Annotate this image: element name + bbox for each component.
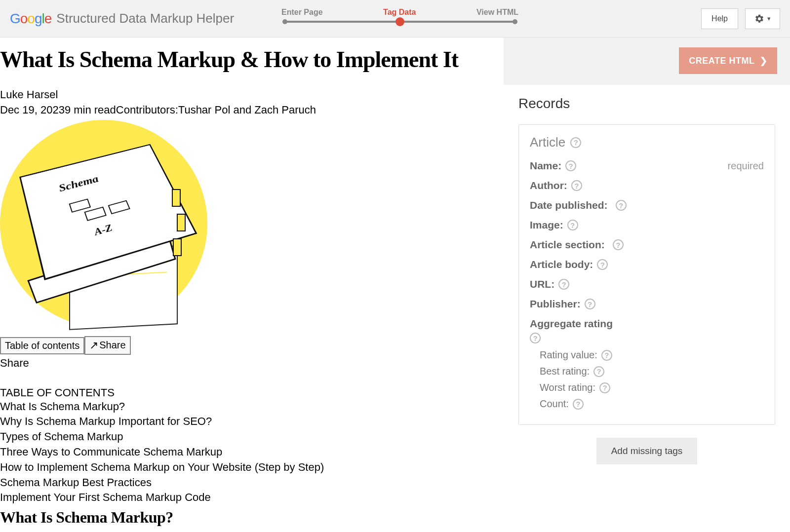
gear-icon: [754, 14, 764, 24]
book-sub: A-Z: [92, 222, 114, 238]
field-best-rating[interactable]: Best rating:?: [540, 366, 764, 377]
toc-list: What Is Schema Markup? Why Is Schema Mar…: [0, 399, 504, 506]
step-bar: [284, 21, 515, 23]
help-icon[interactable]: ?: [585, 299, 595, 309]
add-missing-tags-button[interactable]: Add missing tags: [596, 438, 698, 464]
toc-item[interactable]: Three Ways to Communicate Schema Markup: [0, 445, 504, 460]
field-aggregate-rating: Aggregate rating: [530, 318, 764, 330]
help-icon[interactable]: ?: [567, 220, 578, 230]
google-logo: Google: [10, 11, 51, 27]
stepper: Enter Page Tag Data View HTML: [281, 8, 518, 23]
contributors: Tushar Pol and Zach Paruch: [178, 104, 316, 116]
hero-illustration: Schema A-Z: [15, 125, 222, 332]
field-article-body[interactable]: Article body:?: [530, 259, 764, 270]
step-view-html[interactable]: View HTML: [476, 8, 518, 17]
help-icon[interactable]: ?: [593, 366, 604, 377]
help-icon[interactable]: ?: [616, 200, 627, 211]
field-worst-rating[interactable]: Worst rating:?: [540, 382, 764, 393]
article-title: What Is Schema Markup & How to Implement…: [0, 46, 504, 73]
help-icon[interactable]: ?: [599, 382, 610, 393]
step-enter-page[interactable]: Enter Page: [281, 8, 323, 17]
help-icon[interactable]: ?: [565, 160, 576, 171]
records-heading: Records: [518, 96, 775, 112]
help-icon[interactable]: ?: [601, 350, 612, 361]
help-icon[interactable]: ?: [558, 279, 569, 290]
field-author[interactable]: Author:?: [530, 180, 764, 191]
share-icon: ↗: [89, 339, 98, 352]
help-icon[interactable]: ?: [570, 137, 581, 148]
chevron-down-icon: ▾: [767, 15, 771, 22]
help-icon[interactable]: ?: [571, 180, 582, 191]
table-of-contents-button[interactable]: Table of contents: [0, 337, 84, 354]
field-article-section[interactable]: Article section:?: [530, 239, 764, 251]
share-button[interactable]: ↗Share: [84, 336, 130, 355]
settings-button[interactable]: ▾: [745, 8, 780, 29]
field-image[interactable]: Image:?: [530, 219, 764, 231]
record-card: Article ? Name:?required Author:? Date p…: [518, 124, 775, 425]
chevron-right-icon: ❯: [760, 55, 768, 66]
side-panel: CREATE HTML ❯ Records Article ? Name:?re…: [504, 38, 790, 532]
article-date: Dec 19, 2023: [0, 104, 65, 116]
article-readtime: 9 min read: [65, 104, 116, 116]
body-paragraph: Schema markup, sometimes referred to as …: [0, 530, 504, 532]
toc-item[interactable]: Implement Your First Schema Markup Code: [0, 490, 504, 505]
field-date-published[interactable]: Date published:?: [530, 199, 764, 211]
step-dot-3: [513, 19, 517, 24]
help-button[interactable]: Help: [701, 8, 738, 29]
app-header: Google Structured Data Markup Helper Ent…: [0, 0, 790, 38]
share-text: Share: [0, 357, 504, 370]
field-url[interactable]: URL:?: [530, 278, 764, 290]
logo-area: Google Structured Data Markup Helper: [10, 11, 234, 27]
help-icon[interactable]: ?: [597, 259, 608, 270]
book-label: Schema: [57, 173, 100, 194]
section-heading: What Is Schema Markup?: [0, 508, 504, 527]
field-count[interactable]: Count:?: [540, 398, 764, 410]
contributors-label: Contributors:: [116, 104, 178, 116]
field-publisher[interactable]: Publisher:?: [530, 298, 764, 310]
app-title: Structured Data Markup Helper: [56, 11, 234, 26]
toc-item[interactable]: Types of Schema Markup: [0, 429, 504, 445]
toc-item[interactable]: What Is Schema Markup?: [0, 399, 504, 415]
help-icon[interactable]: ?: [613, 239, 624, 250]
article-meta: Dec 19, 20239 min readContributors:Tusha…: [0, 103, 504, 118]
toc-heading: TABLE OF CONTENTS: [0, 386, 504, 399]
article-author: Luke Harsel: [0, 87, 504, 103]
help-icon[interactable]: ?: [573, 399, 584, 410]
record-type: Article ?: [530, 135, 764, 150]
step-tag-data[interactable]: Tag Data: [383, 8, 416, 17]
help-icon[interactable]: ?: [530, 333, 541, 343]
toc-item[interactable]: Why Is Schema Markup Important for SEO?: [0, 414, 504, 429]
required-label: required: [728, 160, 764, 172]
field-rating-value[interactable]: Rating value:?: [540, 349, 764, 361]
field-name[interactable]: Name:?required: [530, 160, 764, 172]
toc-item[interactable]: How to Implement Schema Markup on Your W…: [0, 460, 504, 475]
create-html-button[interactable]: CREATE HTML ❯: [679, 47, 777, 74]
toc-item[interactable]: Schema Markup Best Practices: [0, 475, 504, 491]
step-dot-1: [282, 19, 287, 24]
step-dot-2-active: [395, 17, 404, 26]
content-preview-pane[interactable]: What Is Schema Markup & How to Implement…: [0, 38, 504, 532]
